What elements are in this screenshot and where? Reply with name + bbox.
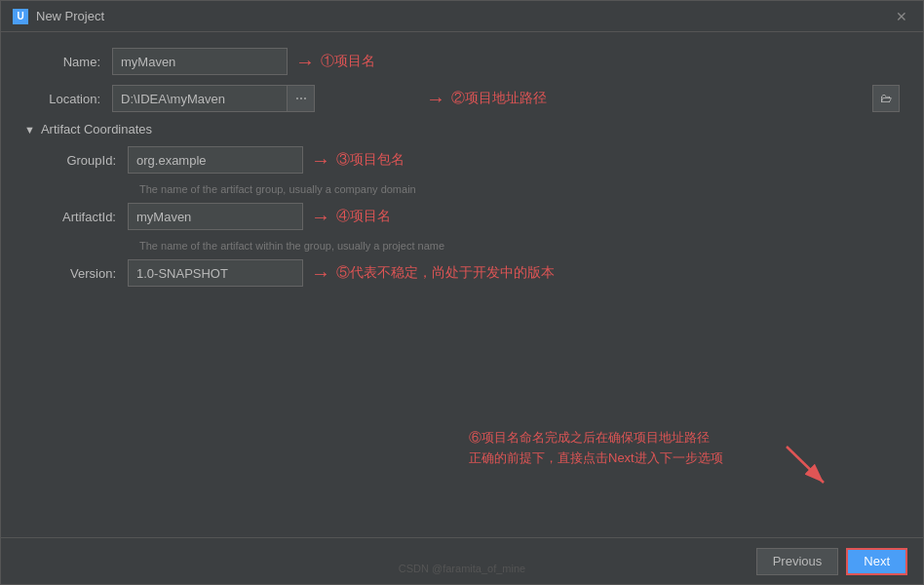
- location-browse-button[interactable]: ⋯: [288, 85, 315, 112]
- location-folder-button[interactable]: 🗁: [872, 85, 900, 112]
- svg-line-1: [787, 447, 824, 483]
- location-annotation: → ②项目地址路径: [426, 88, 547, 110]
- form-content: Name: → ①项目名 Location: ⋯ → ②项目地址路径: [1, 32, 923, 537]
- location-field-area: ⋯ → ②项目地址路径 🗁: [112, 85, 900, 112]
- artifactid-label: ArtifactId:: [40, 210, 128, 224]
- next-button[interactable]: Next: [846, 548, 907, 575]
- bottom-annotation-line1: ⑥项目名命名完成之后在确保项目地址路径: [469, 428, 723, 448]
- bottom-arrow-container: [777, 442, 835, 494]
- groupid-input[interactable]: [128, 146, 303, 174]
- artifactid-arrow-icon: →: [311, 206, 330, 228]
- location-input[interactable]: [112, 85, 288, 112]
- name-annotation-text: ①项目名: [321, 53, 375, 70]
- location-annotation-text: ②项目地址路径: [451, 90, 547, 107]
- title-bar: U New Project ✕: [1, 1, 923, 32]
- groupid-annotation: → ③项目包名: [311, 149, 404, 172]
- artifactid-row: ArtifactId: → ④项目名: [40, 203, 900, 230]
- version-field-area: → ⑤代表不稳定，尚处于开发中的版本: [128, 259, 900, 287]
- artifact-section-header: ▼ Artifact Coordinates: [24, 122, 900, 136]
- footer: Previous Next: [1, 537, 923, 584]
- location-arrow-icon: →: [426, 88, 445, 110]
- bottom-arrow-svg: [777, 442, 835, 490]
- watermark: CSDN @faramita_of_mine: [399, 563, 525, 574]
- location-row: Location: ⋯ → ②项目地址路径 🗁: [24, 85, 900, 112]
- name-row: Name: → ①项目名: [24, 48, 900, 75]
- name-annotation: → ①项目名: [295, 51, 375, 73]
- groupid-arrow-icon: →: [311, 149, 330, 172]
- close-button[interactable]: ✕: [892, 7, 911, 26]
- bottom-annotation: ⑥项目名命名完成之后在确保项目地址路径 正确的前提下，直接点击Next进入下一步…: [469, 428, 723, 469]
- artifact-section-content: GroupId: → ③项目包名 The name of the artifac…: [24, 146, 900, 287]
- location-label: Location:: [24, 92, 112, 106]
- groupid-label: GroupId:: [40, 153, 128, 168]
- artifactid-hint: The name of the artifact within the grou…: [128, 240, 900, 252]
- version-annotation: → ⑤代表不稳定，尚处于开发中的版本: [311, 262, 555, 285]
- app-icon: U: [13, 9, 28, 24]
- groupid-hint: The name of the artifact group, usually …: [128, 183, 900, 195]
- name-field-area: → ①项目名: [112, 48, 900, 75]
- section-toggle[interactable]: ▼: [24, 124, 35, 136]
- version-row: Version: → ⑤代表不稳定，尚处于开发中的版本: [40, 259, 900, 287]
- version-arrow-icon: →: [311, 262, 330, 285]
- groupid-row: GroupId: → ③项目包名: [40, 146, 900, 174]
- window-title: New Project: [36, 9, 104, 23]
- name-input[interactable]: [112, 48, 288, 75]
- name-label: Name:: [24, 55, 112, 69]
- section-title: Artifact Coordinates: [41, 122, 152, 136]
- previous-button[interactable]: Previous: [756, 548, 839, 575]
- version-label: Version:: [40, 266, 128, 281]
- bottom-annotation-line2: 正确的前提下，直接点击Next进入下一步选项: [469, 448, 723, 469]
- artifactid-input[interactable]: [128, 203, 303, 230]
- version-annotation-text: ⑤代表不稳定，尚处于开发中的版本: [336, 264, 555, 282]
- location-input-wrapper: ⋯: [112, 85, 418, 112]
- artifactid-annotation: → ④项目名: [311, 206, 391, 228]
- version-input[interactable]: [128, 259, 303, 287]
- artifactid-field-area: → ④项目名: [128, 203, 900, 230]
- dialog-window: U New Project ✕ Name: → ①项目名 Location:: [0, 0, 924, 585]
- groupid-field-area: → ③项目包名: [128, 146, 900, 174]
- title-bar-left: U New Project: [13, 9, 104, 24]
- artifactid-annotation-text: ④项目名: [336, 208, 391, 225]
- name-arrow-icon: →: [295, 51, 315, 73]
- groupid-annotation-text: ③项目包名: [336, 151, 404, 169]
